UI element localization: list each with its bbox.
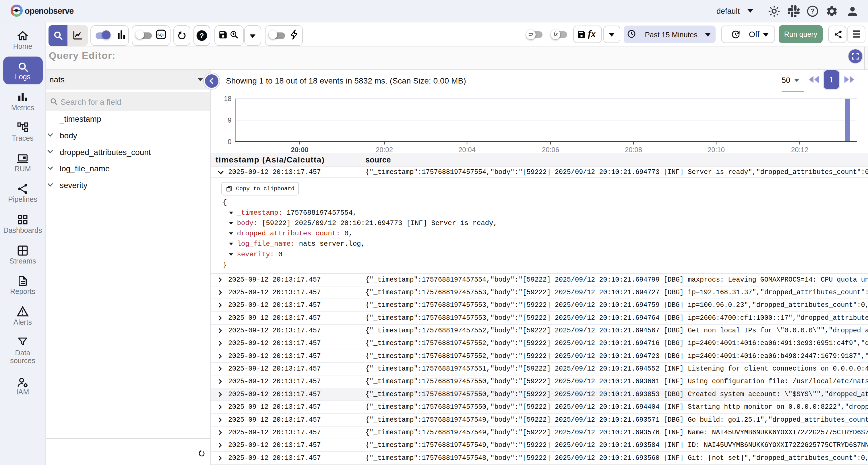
svg-text:?: ? [811, 7, 815, 15]
svg-text:?: ? [200, 32, 204, 40]
svg-text:20:06: 20:06 [542, 146, 559, 153]
svg-text:20:10: 20:10 [708, 146, 725, 153]
svg-text:9: 9 [228, 116, 231, 124]
svg-text:20:02: 20:02 [376, 146, 393, 153]
svg-text:20:12: 20:12 [791, 146, 808, 153]
svg-text:20:08: 20:08 [625, 146, 642, 153]
svg-text:20:00: 20:00 [291, 146, 308, 153]
svg-text:0: 0 [228, 138, 231, 146]
svg-text:20:04: 20:04 [458, 146, 476, 153]
svg-text:18: 18 [224, 95, 231, 102]
svg-text:SQL: SQL [157, 33, 165, 37]
